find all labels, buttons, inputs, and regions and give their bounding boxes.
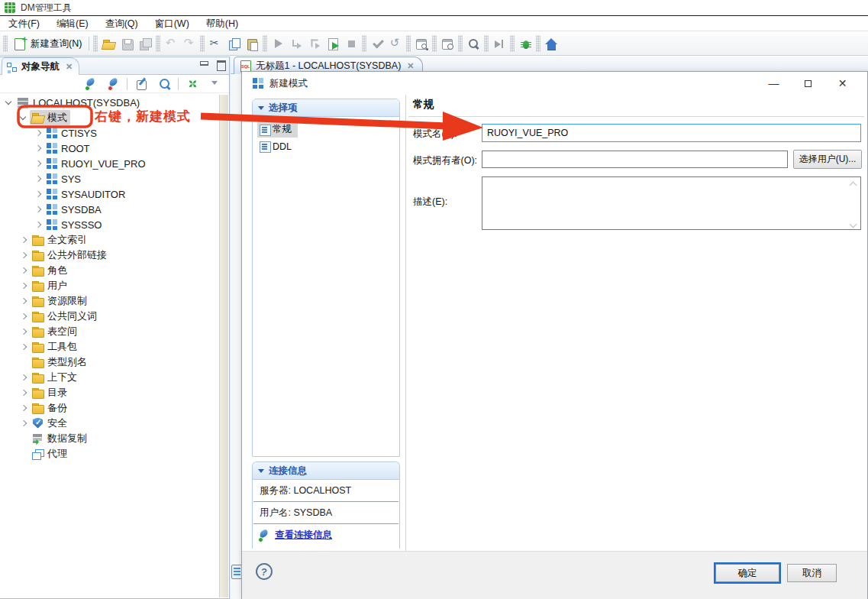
tree-item-SYSDBA[interactable]: SYSDBA — [0, 202, 215, 217]
chevron-right-icon[interactable] — [18, 371, 30, 384]
calendar-search-button[interactable] — [412, 34, 431, 53]
save-button[interactable] — [118, 34, 136, 53]
tree-item-上下文[interactable]: 上下文 — [0, 370, 215, 385]
dialog-minimize-button[interactable]: — — [757, 73, 791, 93]
tree-node[interactable]: 安全 — [30, 416, 70, 431]
tree-item-公共同义词[interactable]: 公共同义词 — [0, 309, 215, 324]
home-button[interactable] — [542, 34, 560, 53]
tree-node[interactable]: 类型别名 — [30, 355, 90, 370]
edit-button[interactable] — [132, 75, 150, 93]
search-button[interactable] — [155, 75, 173, 93]
stop-button[interactable] — [342, 34, 360, 53]
step-into-button[interactable] — [305, 34, 324, 53]
tree-item-资源限制[interactable]: 资源限制 — [0, 293, 215, 309]
dialog-maximize-button[interactable] — [791, 73, 825, 93]
new-query-button[interactable]: 新建查询(N) — [9, 36, 86, 52]
tree-item-表空间[interactable]: 表空间 — [0, 324, 215, 339]
chevron-right-icon[interactable] — [18, 341, 30, 353]
run-script-button[interactable] — [324, 34, 342, 53]
tree-node[interactable]: RUOYI_VUE_PRO — [44, 157, 149, 170]
tree-node[interactable]: SYSDBA — [44, 202, 105, 216]
tree-node[interactable]: 备份 — [30, 400, 70, 416]
tree-node[interactable]: 资源限制 — [30, 293, 90, 309]
menu-item[interactable]: 编辑(E) — [48, 18, 97, 31]
chevron-right-icon[interactable] — [18, 234, 30, 246]
view-menu-button[interactable] — [206, 75, 224, 93]
tree-item-备份[interactable]: 备份 — [0, 400, 215, 416]
disconnect-button[interactable] — [104, 75, 122, 93]
chevron-right-icon[interactable] — [18, 402, 30, 414]
chevron-right-icon[interactable] — [32, 219, 44, 231]
chevron-right-icon[interactable] — [18, 249, 30, 261]
tree-node[interactable]: CTISYS — [44, 126, 100, 140]
menu-item[interactable]: 查询(Q) — [97, 18, 147, 31]
rollback-button[interactable] — [386, 34, 405, 53]
run-button[interactable] — [269, 34, 287, 53]
schema-name-input[interactable] — [482, 124, 861, 142]
tree-node[interactable]: LOCALHOST(SYSDBA) — [15, 96, 143, 110]
tree-item-RUOYI_VUE_PRO[interactable]: RUOYI_VUE_PRO — [0, 156, 215, 171]
tree-node[interactable]: 上下文 — [30, 370, 80, 385]
tree-item-安全[interactable]: 安全 — [0, 416, 215, 431]
pin-search-button[interactable] — [464, 34, 482, 53]
tree-item-角色[interactable]: 角色 — [0, 263, 215, 278]
chevron-right-icon[interactable] — [32, 188, 44, 200]
menu-item[interactable]: 文件(F) — [0, 18, 48, 31]
copy-button[interactable] — [224, 34, 243, 53]
description-textarea[interactable] — [482, 176, 861, 230]
tree-node[interactable]: 模式 — [30, 110, 70, 125]
tree-node[interactable]: 公共外部链接 — [30, 248, 110, 263]
tree-node[interactable]: 角色 — [30, 263, 70, 278]
tree-node[interactable]: SYSSSO — [44, 218, 105, 232]
maximize-view-icon[interactable] — [217, 60, 224, 68]
cancel-button[interactable]: 取消 — [787, 564, 837, 582]
tree-item-数据复制[interactable]: 数据复制 — [0, 431, 215, 446]
select-user-button[interactable]: 选择用户(U)... — [793, 150, 862, 169]
option-item-常规[interactable]: 常规 — [257, 121, 298, 138]
chevron-right-icon[interactable] — [18, 264, 30, 277]
schema-owner-input[interactable] — [482, 151, 788, 168]
tree-node[interactable]: SYSAUDITOR — [44, 187, 128, 201]
minimize-view-icon[interactable] — [200, 60, 208, 68]
step-over-button[interactable] — [287, 34, 305, 53]
tree-item-模式[interactable]: 模式 — [0, 110, 215, 125]
chevron-down-icon[interactable] — [18, 112, 30, 124]
scroll-up-icon[interactable] — [850, 181, 857, 187]
paste-button[interactable] — [243, 34, 261, 53]
cut-button[interactable] — [206, 34, 224, 53]
tree-node[interactable]: 表空间 — [30, 324, 80, 339]
check-button[interactable] — [368, 34, 386, 53]
skip-button[interactable] — [490, 34, 508, 53]
tree-item-CTISYS[interactable]: CTISYS — [0, 125, 215, 141]
undo-button[interactable] — [162, 34, 180, 53]
chevron-right-icon[interactable] — [32, 142, 44, 154]
tree-scrollbar[interactable] — [219, 95, 228, 597]
tree-item-类型别名[interactable]: 类型别名 — [0, 355, 215, 370]
connect-button[interactable] — [81, 75, 99, 93]
chevron-down-icon[interactable] — [3, 96, 15, 108]
tree-item-代理[interactable]: 代理 — [0, 446, 215, 461]
tree-item-工具包[interactable]: 工具包 — [0, 339, 215, 355]
tree-node[interactable]: 数据复制 — [30, 431, 90, 446]
connection-section-header[interactable]: 连接信息 — [253, 462, 399, 480]
chevron-right-icon[interactable] — [32, 157, 44, 170]
chevron-right-icon[interactable] — [32, 127, 44, 139]
chevron-right-icon[interactable] — [18, 387, 30, 399]
open-button[interactable] — [99, 34, 118, 53]
chevron-right-icon[interactable] — [18, 295, 30, 307]
tree-node[interactable]: 全文索引 — [30, 232, 90, 248]
tree-node[interactable]: SYS — [44, 172, 84, 186]
tree-item-SYS[interactable]: SYS — [0, 171, 215, 186]
save-all-button[interactable] — [136, 34, 154, 53]
tree-item-LOCALHOST(SYSDBA)[interactable]: LOCALHOST(SYSDBA) — [0, 95, 215, 110]
tree-item-全文索引[interactable]: 全文索引 — [0, 232, 215, 248]
tree-item-公共外部链接[interactable]: 公共外部链接 — [0, 248, 215, 263]
chevron-right-icon[interactable] — [18, 325, 30, 338]
menu-item[interactable]: 窗口(W) — [147, 18, 198, 31]
menu-item[interactable]: 帮助(H) — [198, 18, 247, 31]
tree-node[interactable]: 工具包 — [30, 339, 80, 355]
dialog-close-button[interactable]: ✕ — [825, 73, 860, 93]
tree-node[interactable]: 目录 — [30, 385, 70, 400]
ok-button[interactable]: 确定 — [715, 564, 779, 582]
tab-close-icon[interactable]: ✕ — [405, 61, 414, 71]
